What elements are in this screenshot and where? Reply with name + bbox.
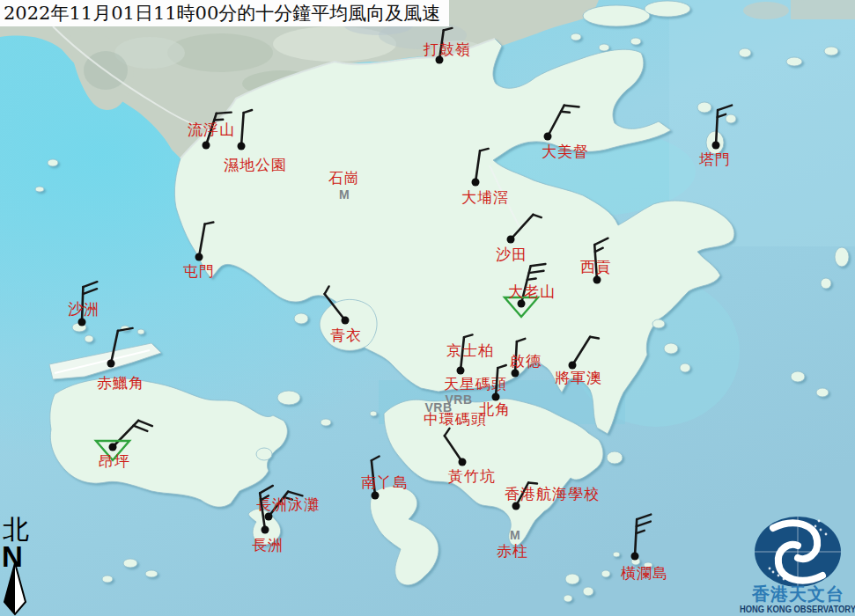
station-dot: [512, 502, 520, 510]
station-label-ngong-ping: 昂坪: [99, 452, 130, 470]
station-label-lau-fau-shan: 流浮山: [188, 121, 235, 138]
station-label-tates-cairn: 大老山: [508, 282, 556, 300]
hko-name-chinese: 香港天文台: [751, 583, 844, 605]
station-dot: [203, 142, 210, 150]
station-dot: [712, 142, 720, 150]
station-label-sha-tin: 沙田: [496, 246, 527, 263]
station-dot: [631, 553, 639, 561]
station-dot: [512, 370, 520, 378]
station-label-stanley: 赤柱: [497, 542, 528, 560]
station-dot: [372, 492, 380, 500]
station-label-ta-kwu-ling: 打鼓嶺: [423, 40, 471, 58]
station-dot: [459, 458, 467, 466]
station-label-shek-kong: 石崗: [328, 169, 360, 187]
station-label-tai-po-kau: 大埔滘: [461, 188, 509, 206]
station-dot: [518, 300, 526, 308]
station-dot: [107, 360, 115, 368]
wind-barb-feather-full: [217, 113, 232, 114]
station-dot: [544, 133, 552, 141]
hko-wind-map-page: 打鼓嶺流浮山濕地公園M石崗大美督塔門大埔滘沙田西貢大老山屯門沙洲赤鱲角青衣京士柏…: [0, 0, 855, 616]
station-label-hk-sea-school: 香港航海學校: [505, 485, 600, 502]
station-label-wetland-park: 濕地公園: [224, 156, 287, 173]
station-label-kai-tak: 啟德: [510, 352, 542, 370]
station-dot: [265, 513, 273, 521]
station-label-central-pier: 中環碼頭: [424, 410, 487, 428]
station-dot: [78, 319, 86, 326]
station-dot: [457, 367, 465, 375]
station-dot: [195, 253, 203, 261]
wind-barb-feather-half: [590, 337, 599, 339]
station-dot: [109, 444, 117, 451]
wind-indicator-shek-kong: M: [339, 187, 350, 202]
station-label-kings-park: 京士柏: [446, 341, 494, 359]
station-label-waglan-island: 橫瀾島: [621, 564, 668, 582]
map-title: 2022年11月01日11時00分的十分鐘平均風向及風速: [0, 0, 449, 26]
hk-wind-map: 打鼓嶺流浮山濕地公園M石崗大美督塔門大埔滘沙田西貢大老山屯門沙洲赤鱲角青衣京士柏…: [0, 0, 855, 616]
station-dot: [262, 526, 269, 534]
station-label-lamma-island: 南丫島: [361, 473, 409, 491]
wind-barb-feather-half: [561, 112, 570, 113]
station-dot: [238, 143, 246, 150]
station-label-tuen-mun: 屯門: [183, 262, 215, 280]
station-dot: [593, 276, 601, 284]
station-label-chek-lap-kok: 赤鱲角: [97, 374, 144, 392]
station-label-tseung-kwan-o: 將軍澳: [555, 369, 602, 386]
station-dot: [472, 179, 480, 187]
station-label-tap-mun: 塔門: [698, 150, 731, 168]
station-label-sha-chau: 沙洲: [68, 300, 100, 318]
north-label-en: N: [2, 540, 23, 573]
station-dot: [342, 317, 350, 325]
station-label-cheung-chau: 長洲: [252, 536, 284, 554]
wind-barb-feather-half: [527, 278, 536, 279]
station-label-north-point: 北角: [479, 400, 511, 418]
station-label-sai-kung: 西貢: [580, 258, 612, 275]
wind-barb-feather-half: [528, 483, 537, 484]
station-label-tai-mei-tuk: 大美督: [542, 143, 589, 160]
station-label-wong-chuk-hang: 黃竹坑: [448, 467, 496, 485]
station-dot: [507, 236, 515, 244]
station-label-tsing-yi: 青衣: [330, 326, 362, 344]
hko-name-english: HONG KONG OBSERVATORY: [740, 604, 855, 614]
wind-indicator-stanley: M: [510, 528, 520, 542]
